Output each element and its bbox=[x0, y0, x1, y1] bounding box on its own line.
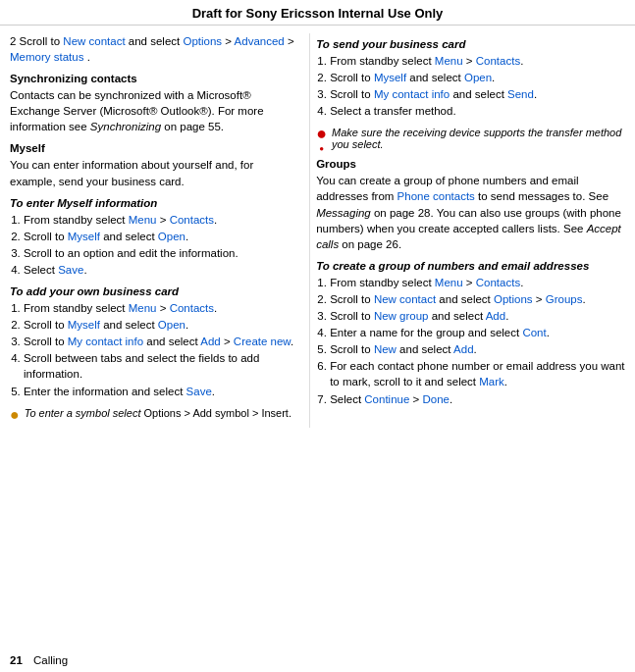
tip-text: To enter a symbol select Options > Add s… bbox=[25, 407, 291, 419]
enter-myself-section: To enter Myself information From standby… bbox=[10, 197, 295, 278]
contacts-link-3: Contacts bbox=[476, 55, 520, 67]
header: Draft for Sony Ericsson Internal Use Onl… bbox=[0, 0, 635, 26]
sync-title: Synchronizing contacts bbox=[10, 73, 295, 84]
intro-link-advanced: Advanced bbox=[235, 35, 285, 47]
note-icon-bullet: ● bbox=[316, 125, 327, 142]
groups-body: You can create a group of phone numbers … bbox=[316, 173, 625, 251]
send-link: Send bbox=[507, 88, 534, 100]
add-link-3: Add bbox=[453, 343, 473, 355]
myself-body: You can enter information about yourself… bbox=[10, 157, 295, 188]
intro-text-2: and select bbox=[129, 35, 184, 47]
tip-box: ● To enter a symbol select Options > Add… bbox=[10, 407, 295, 423]
menu-link-1: Menu bbox=[129, 214, 157, 226]
create-new-link: Create new bbox=[234, 336, 291, 347]
add-business-card-section: To add your own business card From stand… bbox=[10, 285, 295, 399]
tip-italic: To enter a symbol select bbox=[25, 407, 141, 419]
abc-step-3: Scroll to My contact info and select Add… bbox=[24, 334, 295, 349]
cont-link: Cont bbox=[522, 327, 546, 338]
intro-sep-2: > bbox=[288, 35, 294, 47]
sbc-step-4: Select a transfer method. bbox=[330, 103, 625, 119]
my-contact-info-link-2: My contact info bbox=[374, 88, 450, 100]
abc-step-2: Scroll to Myself and select Open. bbox=[24, 317, 295, 333]
save-link-1: Save bbox=[58, 264, 83, 276]
footer-label: Calling bbox=[33, 654, 68, 666]
page-number: 21 bbox=[10, 654, 23, 666]
tip-icon: ● bbox=[10, 407, 20, 423]
new-contact-link: New contact bbox=[374, 293, 436, 305]
cg-step-3: Scroll to New group and select Add. bbox=[330, 308, 625, 324]
intro-link-options: Options bbox=[183, 35, 222, 47]
menu-link-3: Menu bbox=[435, 55, 463, 67]
my-contact-info-link-1: My contact info bbox=[68, 336, 143, 347]
sbc-step-1: From standby select Menu > Contacts. bbox=[330, 53, 625, 69]
new-link: New bbox=[374, 343, 397, 355]
step-2: Scroll to Myself and select Open. bbox=[24, 229, 295, 244]
abc-step-5: Enter the information and select Save. bbox=[24, 384, 295, 399]
note-text: Make sure the receiving device supports … bbox=[332, 127, 625, 150]
add-link-2: Add bbox=[486, 310, 505, 322]
intro-paragraph: 2 Scroll to New contact and select Optio… bbox=[10, 33, 295, 65]
sbc-step-3: Scroll to My contact info and select Sen… bbox=[330, 86, 625, 102]
contacts-link-1: Contacts bbox=[170, 214, 214, 226]
intro-link-memory-status: Memory status bbox=[10, 51, 83, 63]
cg-step-4: Enter a name for the group and select Co… bbox=[330, 325, 625, 340]
step-1: From standby select Menu > Contacts. bbox=[24, 212, 295, 228]
sync-italic: Synchronizing bbox=[90, 121, 161, 132]
myself-link-2: Myself bbox=[68, 319, 100, 331]
contacts-link-2: Contacts bbox=[170, 302, 214, 314]
abc-step-4: Scroll between tabs and select the field… bbox=[24, 350, 295, 382]
myself-section: Myself You can enter information about y… bbox=[10, 142, 295, 188]
header-title: Draft for Sony Ericsson Internal Use Onl… bbox=[0, 0, 635, 26]
myself-link-3: Myself bbox=[374, 72, 406, 83]
sync-section: Synchronizing contacts Contacts can be s… bbox=[10, 73, 295, 134]
mark-link: Mark bbox=[479, 376, 504, 388]
messaging-italic: Messaging bbox=[316, 207, 371, 219]
footer: 21 Calling bbox=[10, 654, 68, 666]
sync-body: Contacts can be synchronized with a Micr… bbox=[10, 87, 295, 134]
send-business-card-title: To send your business card bbox=[316, 38, 625, 50]
intro-sep-1: > bbox=[225, 35, 234, 47]
open-link-1: Open bbox=[158, 231, 185, 242]
cg-step-7: Select Continue > Done. bbox=[330, 391, 625, 407]
options-link-2: Options bbox=[494, 293, 533, 305]
step-4: Select Save. bbox=[24, 262, 295, 278]
main-content: 2 Scroll to New contact and select Optio… bbox=[0, 26, 635, 428]
groups-title: Groups bbox=[316, 158, 625, 170]
cg-step-2: Scroll to New contact and select Options… bbox=[330, 291, 625, 307]
new-group-link: New group bbox=[374, 310, 429, 322]
accept-calls-italic: Accept calls bbox=[316, 223, 621, 250]
phone-contacts-link: Phone contacts bbox=[397, 190, 475, 202]
cg-step-6: For each contact phone number or email a… bbox=[330, 358, 625, 389]
note-box: ● ● Make sure the receiving device suppo… bbox=[316, 127, 625, 153]
cg-step-1: From standby select Menu > Contacts. bbox=[330, 275, 625, 290]
myself-title: Myself bbox=[10, 142, 295, 154]
create-group-section: To create a group of numbers and email a… bbox=[316, 260, 625, 407]
add-business-card-title: To add your own business card bbox=[10, 285, 295, 297]
abc-step-1: From standby select Menu > Contacts. bbox=[24, 300, 295, 316]
create-group-steps: From standby select Menu > Contacts. Scr… bbox=[330, 275, 625, 407]
intro-text-1: 2 Scroll to bbox=[10, 35, 63, 47]
cg-step-5: Scroll to New and select Add. bbox=[330, 341, 625, 357]
contacts-link-4: Contacts bbox=[476, 277, 520, 288]
intro-end: . bbox=[87, 51, 90, 63]
step-3: Scroll to an option and edit the informa… bbox=[24, 245, 295, 261]
open-link-2: Open bbox=[158, 319, 185, 331]
create-group-title: To create a group of numbers and email a… bbox=[316, 260, 625, 272]
save-link-2: Save bbox=[186, 386, 212, 397]
continue-link: Continue bbox=[364, 393, 409, 405]
groups-link: Groups bbox=[546, 293, 583, 305]
right-column: To send your business card From standby … bbox=[309, 33, 625, 428]
add-business-card-steps: From standby select Menu > Contacts. Scr… bbox=[24, 300, 295, 399]
send-business-card-section: To send your business card From standby … bbox=[316, 38, 625, 119]
groups-section: Groups You can create a group of phone n… bbox=[316, 158, 625, 251]
done-link: Done bbox=[422, 393, 450, 405]
sbc-step-2: Scroll to Myself and select Open. bbox=[330, 70, 625, 85]
enter-myself-title: To enter Myself information bbox=[10, 197, 295, 209]
left-column: 2 Scroll to New contact and select Optio… bbox=[10, 33, 301, 428]
intro-section: 2 Scroll to New contact and select Optio… bbox=[10, 33, 295, 65]
myself-link-1: Myself bbox=[68, 231, 100, 242]
add-link-1: Add bbox=[200, 336, 220, 347]
menu-link-2: Menu bbox=[129, 302, 157, 314]
send-business-card-steps: From standby select Menu > Contacts. Scr… bbox=[330, 53, 625, 119]
note-icon-dot: ● bbox=[319, 144, 324, 153]
